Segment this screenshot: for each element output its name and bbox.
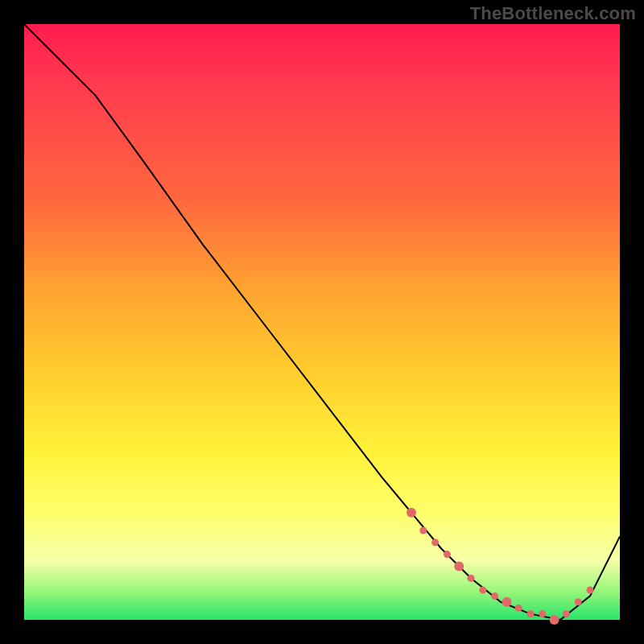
highlight-dot [515,605,522,612]
chart-frame: TheBottleneck.com [0,0,644,644]
bottleneck-curve [24,24,620,620]
highlight-dot [550,615,559,625]
highlight-dot [419,527,427,535]
highlight-dot [587,587,594,594]
highlight-dot [479,587,486,594]
highlight-dot [502,597,511,607]
highlight-dot [539,610,546,617]
highlight-dot [454,561,464,571]
highlight-dot [527,610,535,617]
highlight-dot [468,575,475,582]
watermark-text: TheBottleneck.com [470,3,636,24]
highlight-dot [491,592,498,600]
plot-area [24,24,620,620]
highlight-dot [575,598,582,605]
highlight-dot [563,610,570,617]
highlight-dot [444,551,451,558]
curve-path [24,24,620,620]
optimal-range-dots [407,508,594,625]
highlight-dot [407,508,416,518]
highlight-dot [431,539,439,546]
